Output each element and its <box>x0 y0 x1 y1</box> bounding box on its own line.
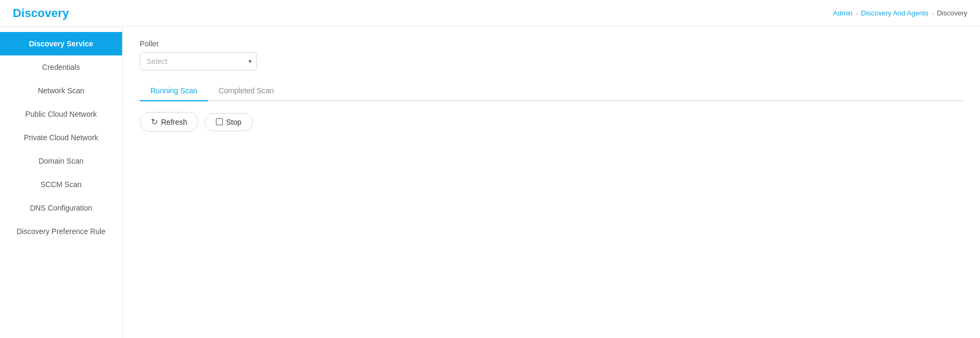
poller-select[interactable]: Select <box>140 52 257 70</box>
breadcrumb-current: Discovery <box>937 9 967 17</box>
page-title: Discovery <box>13 6 69 20</box>
breadcrumb-discovery-agents[interactable]: Discovery And Agents <box>861 9 928 17</box>
stop-label: Stop <box>226 118 242 126</box>
sidebar-item-discovery-preference-rule[interactable]: Discovery Preference Rule <box>0 220 122 243</box>
sidebar-item-discovery-service[interactable]: Discovery Service <box>0 32 122 55</box>
buttons-row: Refresh Stop <box>140 112 963 132</box>
sidebar-item-domain-scan[interactable]: Domain Scan <box>0 149 122 173</box>
layout: Discovery ServiceCredentialsNetwork Scan… <box>0 27 980 338</box>
sidebar-item-dns-configuration[interactable]: DNS Configuration <box>0 196 122 220</box>
tabs-container: Running ScanCompleted Scan <box>140 81 963 101</box>
sidebar: Discovery ServiceCredentialsNetwork Scan… <box>0 27 123 338</box>
stop-icon <box>216 118 223 125</box>
sidebar-item-sccm-scan[interactable]: SCCM Scan <box>0 173 122 196</box>
stop-button[interactable]: Stop <box>205 113 253 131</box>
tab-completed-scan[interactable]: Completed Scan <box>208 81 285 101</box>
main-content: Poller Select ▾ Running ScanCompleted Sc… <box>123 27 980 338</box>
poller-label: Poller <box>140 39 963 48</box>
poller-select-wrapper[interactable]: Select ▾ <box>140 52 257 70</box>
sidebar-item-network-scan[interactable]: Network Scan <box>0 79 122 102</box>
sidebar-item-credentials[interactable]: Credentials <box>0 55 122 79</box>
refresh-label: Refresh <box>161 118 187 126</box>
tab-running-scan[interactable]: Running Scan <box>140 81 208 101</box>
refresh-icon <box>151 117 158 127</box>
breadcrumb-sep-1: › <box>856 10 858 17</box>
breadcrumb: Admin › Discovery And Agents › Discovery <box>833 9 967 17</box>
sidebar-item-private-cloud-network[interactable]: Private Cloud Network <box>0 126 122 149</box>
sidebar-item-public-cloud-network[interactable]: Public Cloud Network <box>0 102 122 126</box>
breadcrumb-sep-2: › <box>931 10 934 17</box>
header: Discovery Admin › Discovery And Agents ›… <box>0 0 980 27</box>
stop-square-icon <box>216 118 223 125</box>
breadcrumb-admin[interactable]: Admin <box>833 9 853 17</box>
refresh-button[interactable]: Refresh <box>140 112 198 132</box>
